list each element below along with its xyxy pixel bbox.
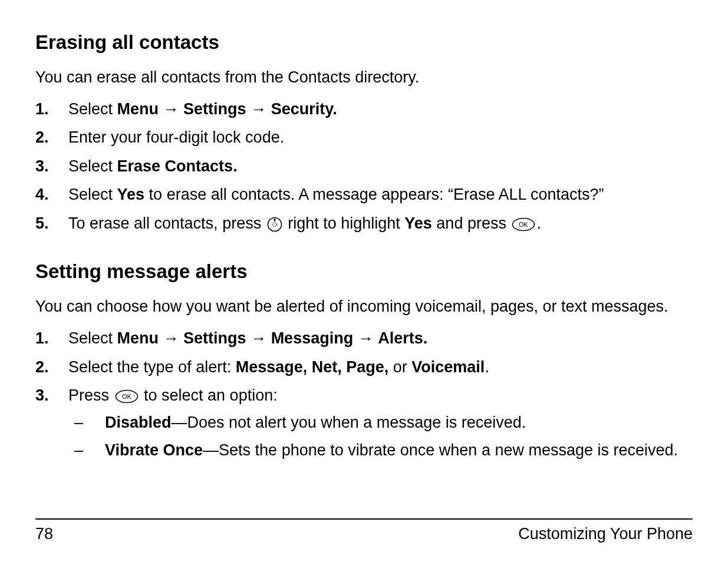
text: Select (68, 157, 117, 175)
step-2: 2. Select the type of alert: Message, Ne… (35, 356, 693, 378)
step-3: 3. Select Erase Contacts. (35, 156, 693, 177)
step-3: 3. Press OK to select an option: – Disab… (35, 385, 693, 467)
menu-label: Menu (117, 100, 159, 118)
option-body: Vibrate Once—Sets the phone to vibrate o… (105, 439, 693, 461)
step-4: 4. Select Yes to erase all contacts. A m… (35, 184, 693, 205)
erase-contacts-label: Erase Contacts. (117, 157, 238, 175)
text: Press (68, 386, 114, 404)
step-body: Press OK to select an option: – Disabled… (68, 385, 693, 467)
steps-erasing-contacts: 1. Select Menu → Settings → Security. 2.… (35, 98, 693, 234)
settings-label: Settings (183, 329, 246, 347)
step-1: 1. Select Menu → Settings → Messaging → … (35, 328, 693, 349)
heading-erasing-all-contacts: Erasing all contacts (35, 29, 693, 56)
step-number: 3. (35, 385, 68, 406)
step-number: 4. (35, 184, 68, 205)
step-body: Enter your four-digit lock code. (68, 127, 693, 148)
intro-erasing-contacts: You can erase all contacts from the Cont… (35, 67, 693, 88)
alerts-label: Alerts. (378, 329, 427, 347)
step-number: 1. (35, 98, 68, 120)
svg-text:OK: OK (122, 393, 132, 400)
page-number: 78 (35, 523, 53, 544)
menu-label: Menu (117, 329, 159, 347)
vibrate-once-label: Vibrate Once (105, 441, 203, 459)
yes-label: Yes (117, 186, 145, 203)
intro-message-alerts: You can choose how you want be alerted o… (35, 296, 693, 317)
text: Select (68, 100, 117, 118)
yes-label: Yes (404, 214, 432, 232)
page-footer: 78 Customizing Your Phone (35, 518, 693, 544)
text: to select an option: (140, 386, 278, 404)
alert-options-list: – Disabled—Does not alert you when a mes… (68, 412, 693, 461)
step-number: 3. (35, 156, 68, 177)
ok-key-icon: OK (512, 217, 535, 232)
messaging-label: Messaging (271, 329, 354, 347)
step-body: Select Erase Contacts. (68, 156, 693, 177)
svg-point-1 (272, 222, 276, 226)
arrow-icon: → (251, 329, 266, 347)
step-2: 2. Enter your four-digit lock code. (35, 127, 693, 148)
text: —Sets the phone to vibrate once when a n… (203, 441, 678, 459)
step-number: 1. (35, 328, 68, 349)
list-item: – Vibrate Once—Sets the phone to vibrate… (68, 439, 693, 461)
text: right to highlight (284, 214, 405, 232)
chapter-title: Customizing Your Phone (518, 523, 693, 544)
bullet-dash: – (68, 439, 105, 461)
arrow-icon: → (163, 100, 179, 118)
text: Select (68, 186, 117, 203)
option-body: Disabled—Does not alert you when a messa… (105, 412, 693, 433)
ok-key-icon: OK (115, 389, 139, 404)
text: Select (68, 329, 117, 347)
heading-setting-message-alerts: Setting message alerts (35, 259, 693, 285)
step-number: 5. (35, 213, 68, 234)
text: and press (432, 214, 511, 232)
step-number: 2. (35, 356, 68, 378)
step-number: 2. (35, 127, 68, 148)
arrow-icon: → (163, 329, 179, 347)
text: to erase all contacts. A message appears… (144, 186, 604, 203)
text: . (536, 214, 541, 232)
text: To erase all contacts, press (68, 214, 266, 232)
text: Select the type of alert: (68, 358, 236, 376)
nav-key-icon (267, 217, 282, 232)
settings-label: Settings (183, 100, 246, 118)
step-1: 1. Select Menu → Settings → Security. (35, 98, 693, 120)
text: . (485, 358, 489, 376)
bullet-dash: – (68, 412, 105, 433)
disabled-label: Disabled (105, 414, 172, 431)
step-body: To erase all contacts, press right to hi… (68, 213, 693, 234)
arrow-icon: → (358, 329, 374, 347)
list-item: – Disabled—Does not alert you when a mes… (68, 412, 693, 433)
arrow-icon: → (251, 100, 266, 118)
manual-page: Erasing all contacts You can erase all c… (0, 0, 728, 562)
step-body: Select Menu → Settings → Messaging → Ale… (68, 328, 693, 349)
svg-marker-3 (273, 218, 275, 220)
step-5: 5. To erase all contacts, press right to… (35, 213, 693, 234)
step-body: Select Menu → Settings → Security. (68, 98, 693, 120)
text: or (388, 358, 411, 376)
step-body: Select the type of alert: Message, Net, … (68, 356, 693, 378)
voicemail-label: Voicemail (411, 358, 485, 376)
text: —Does not alert you when a message is re… (172, 414, 526, 431)
steps-message-alerts: 1. Select Menu → Settings → Messaging → … (35, 328, 693, 467)
svg-text:OK: OK (519, 221, 529, 228)
alert-types-label: Message, Net, Page, (236, 358, 389, 376)
security-label: Security. (271, 100, 337, 118)
step-body: Select Yes to erase all contacts. A mess… (68, 184, 693, 205)
